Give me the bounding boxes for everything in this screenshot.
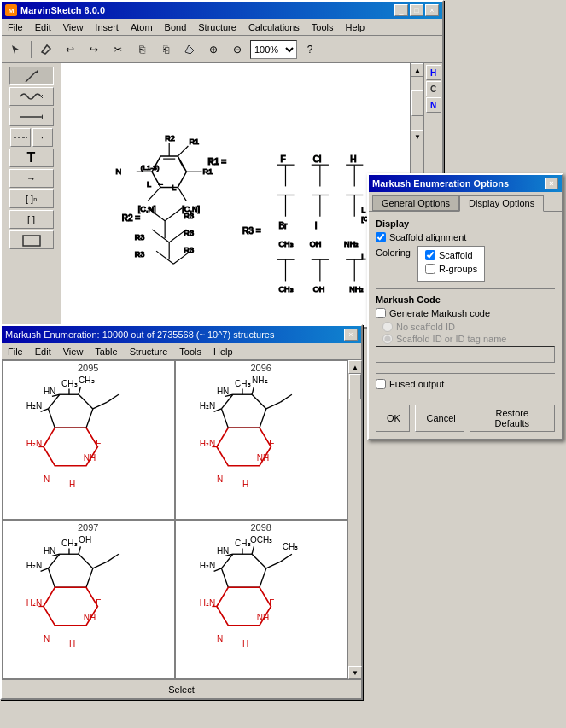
copy-button[interactable]: ⎘	[131, 39, 153, 60]
enum-menu-table[interactable]: Table	[92, 347, 120, 357]
dialog-title: Markush Enumeration Options	[372, 178, 509, 189]
molecule-cell-2097: 2097 NH N H F H₂N	[2, 520, 175, 679]
svg-text:NH: NH	[256, 613, 268, 622]
menu-calculations[interactable]: Calculations	[246, 22, 302, 32]
toolbar-sep-1	[31, 41, 32, 58]
menu-edit[interactable]: Edit	[32, 22, 54, 32]
generate-markush-label: Generate Markush code	[389, 308, 490, 318]
enum-scroll-down[interactable]: ▼	[348, 666, 362, 679]
molecule-svg-2095: NH N H F H₂N H₂N HN CH₃	[3, 375, 174, 519]
scaffold-id-tag-radio	[382, 334, 393, 344]
draw-tool[interactable]	[9, 67, 54, 85]
dialog-close-button[interactable]: ×	[545, 178, 558, 189]
svg-text:R3: R3	[184, 246, 194, 254]
scaffold-color-checkbox[interactable]	[425, 250, 435, 260]
enum-scroll-thumb[interactable]	[349, 374, 361, 399]
svg-text:H₂N: H₂N	[199, 401, 214, 411]
svg-text:R1 =: R1 =	[208, 157, 227, 166]
wave-tool[interactable]	[9, 87, 54, 106]
atom-n-button[interactable]: N	[426, 97, 441, 113]
rgroups-color-checkbox[interactable]	[425, 264, 435, 274]
enum-menu-tools[interactable]: Tools	[177, 347, 204, 357]
menu-view[interactable]: View	[61, 22, 86, 32]
paste-button[interactable]: ⎗	[155, 39, 177, 60]
enum-menu-edit[interactable]: Edit	[32, 347, 54, 357]
menu-structure[interactable]: Structure	[195, 22, 239, 32]
scaffold-id-tag-row: Scaffold ID or ID tag name	[376, 334, 555, 344]
svg-text:CH₃: CH₃	[61, 539, 77, 548]
menu-file[interactable]: File	[5, 22, 26, 32]
svg-line-123	[48, 554, 59, 568]
molecule-grid: 2095 NH N	[2, 360, 347, 679]
menu-tools[interactable]: Tools	[309, 22, 336, 32]
molecule-svg-2097: NH N H F H₂N H₂N HN CH₃ OH	[3, 534, 174, 678]
eraser-tool[interactable]	[178, 39, 201, 60]
svg-line-94	[79, 387, 80, 394]
svg-line-165	[280, 554, 291, 562]
menu-help[interactable]: Help	[343, 22, 368, 32]
arrow-tool[interactable]: →	[9, 169, 54, 188]
enum-menu-view[interactable]: View	[61, 347, 86, 357]
scaffold-alignment-label: Scaffold alignment	[389, 232, 466, 242]
menu-bond[interactable]: Bond	[162, 22, 190, 32]
cancel-button[interactable]: Cancel	[415, 405, 464, 432]
dashed-tool[interactable]	[10, 128, 31, 147]
scroll-down-button[interactable]: ▼	[411, 130, 423, 143]
dialog-tabs: General Options Display Options	[369, 192, 562, 211]
generate-markush-checkbox[interactable]	[376, 308, 386, 318]
scaffold-alignment-checkbox[interactable]	[376, 232, 386, 242]
svg-text:CH₃: CH₃	[79, 376, 94, 385]
rect-tool[interactable]	[9, 230, 54, 249]
scaffold-alignment-row: Scaffold alignment	[376, 232, 555, 242]
zoom-out-button[interactable]: ⊖	[226, 39, 248, 60]
minimize-button[interactable]: _	[394, 4, 408, 16]
dotted-tool[interactable]: ·	[32, 128, 53, 147]
tab-display-options[interactable]: Display Options	[459, 195, 544, 212]
coloring-group: Scaffold R-groups	[417, 246, 485, 282]
bracket-tool[interactable]: [ ]n	[9, 189, 54, 208]
tab-general-options[interactable]: General Options	[372, 195, 459, 211]
enum-window-title: Markush Enumeration: 10000 out of 273556…	[5, 329, 275, 340]
enum-menu-help[interactable]: Help	[211, 347, 236, 357]
menu-atom[interactable]: Atom	[128, 22, 155, 32]
atom-c-button[interactable]: C	[426, 81, 441, 96]
text-tool[interactable]: T	[9, 149, 54, 167]
scaffold-id-input	[376, 346, 555, 363]
redo-button[interactable]: ↪	[83, 39, 105, 60]
svg-text:NH₂: NH₂	[344, 240, 359, 248]
window-controls: _ □ ×	[394, 4, 439, 16]
zoom-in-button[interactable]: ⊕	[202, 39, 225, 60]
svg-line-163	[252, 546, 254, 554]
pencil-tool[interactable]	[35, 39, 57, 60]
atom-h-button[interactable]: H	[426, 65, 441, 80]
scroll-thumb[interactable]	[411, 90, 423, 116]
enum-menu-file[interactable]: File	[5, 347, 26, 357]
close-button[interactable]: ×	[425, 4, 439, 16]
svg-line-121	[79, 554, 93, 568]
fused-output-checkbox[interactable]	[376, 379, 386, 389]
enum-close-button[interactable]: ×	[344, 329, 358, 341]
app-icon: M	[5, 4, 17, 16]
maximize-button[interactable]: □	[410, 4, 423, 16]
enum-menu-structure[interactable]: Structure	[127, 347, 171, 357]
zoom-select[interactable]: 100% 75% 50% 150% 200%	[250, 40, 297, 59]
menu-insert[interactable]: Insert	[92, 22, 121, 32]
svg-text:NH: NH	[84, 453, 96, 463]
svg-line-101	[221, 409, 228, 428]
enum-scroll-up[interactable]: ▲	[348, 360, 362, 374]
bracket2-tool[interactable]: [ ]	[9, 210, 54, 229]
svg-marker-2	[34, 70, 38, 73]
svg-text:NH₂: NH₂	[252, 376, 267, 385]
svg-text:HN: HN	[216, 387, 228, 396]
ok-button[interactable]: OK	[376, 405, 410, 432]
scroll-up-button[interactable]: ▲	[411, 63, 423, 77]
svg-text:NH₂: NH₂	[349, 285, 364, 294]
svg-line-147	[221, 568, 228, 587]
cut-button[interactable]: ✂	[107, 39, 129, 60]
line-tool[interactable]	[9, 108, 54, 126]
help-button[interactable]: ?	[299, 39, 321, 60]
select-tool[interactable]	[5, 39, 27, 60]
undo-button[interactable]: ↩	[59, 39, 81, 60]
restore-defaults-button[interactable]: Restore Defaults	[470, 405, 555, 432]
svg-line-98	[252, 394, 266, 409]
